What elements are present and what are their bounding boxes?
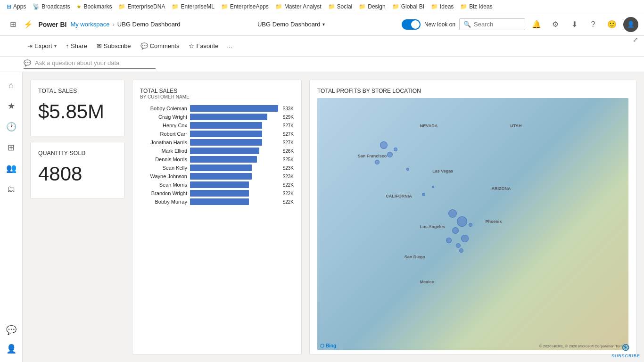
map-region-label: CALIFORNIA	[386, 194, 412, 198]
bar-value: $22K	[283, 199, 294, 205]
export-chevron-icon: ▾	[54, 43, 57, 49]
bookmark-item-enterprisedna[interactable]: 📁EnterpriseDNA	[116, 2, 168, 11]
sidebar-item-account[interactable]: 👤	[2, 339, 21, 358]
bookmark-item-bookmarks[interactable]: ★Bookmarks	[74, 2, 115, 11]
bookmark-item-broadcasts[interactable]: 📡Broadcasts	[30, 2, 73, 11]
map-area[interactable]: NEVADAUTAHCALIFORNIAARIZONASan Francisco…	[317, 98, 628, 350]
social-icon: 📁	[328, 3, 335, 10]
bar-chart-rows: Bobby Coleman$33KCraig Wright$29KHenry C…	[140, 105, 294, 205]
design-label: Design	[368, 3, 385, 10]
map-bubble	[446, 238, 452, 243]
bar-label: Sean Kelly	[140, 165, 187, 171]
bar-row: Sean Kelly$23K	[140, 165, 294, 171]
chevron-down-icon: ▾	[322, 22, 325, 27]
map-bubble	[380, 141, 388, 149]
ideas-label: Ideas	[440, 3, 454, 10]
map-bubble	[406, 168, 409, 171]
bookmark-item-ideas[interactable]: 📁Ideas	[428, 2, 456, 11]
new-look-toggle[interactable]	[402, 19, 421, 30]
header-center: UBG Demo Dashboard ▾	[184, 21, 398, 28]
enterpriseml-label: EnterpriseML	[181, 3, 214, 10]
design-icon: 📁	[359, 3, 366, 10]
feedback-icon[interactable]: 🙂	[604, 17, 619, 32]
bar-track	[190, 173, 278, 180]
bookmark-item-design[interactable]: 📁Design	[356, 2, 388, 11]
bookmark-item-enterpriseapps[interactable]: 📁EnterpriseApps	[218, 2, 272, 11]
map-bubble	[456, 243, 461, 248]
qa-icon: 💬	[24, 59, 31, 66]
expand-icon[interactable]: ⤢	[633, 36, 638, 43]
search-box[interactable]: 🔍	[459, 18, 525, 30]
sidebar-item-favorites[interactable]: ★	[2, 97, 21, 115]
comments-button[interactable]: 💬 Comments	[137, 40, 183, 52]
ideas-icon: 📁	[431, 3, 438, 10]
enterprisedna-icon: 📁	[118, 3, 125, 10]
help-icon[interactable]: ?	[586, 17, 601, 32]
bar-chart-title: Total Sales	[140, 88, 294, 94]
bar-chart-card: Total Sales BY CUSTOMER NAME Bobby Colem…	[132, 80, 302, 354]
sidebar-item-home[interactable]: ⌂	[2, 76, 21, 95]
bar-fill	[190, 139, 262, 146]
center-dashboard-title[interactable]: UBG Demo Dashboard ▾	[257, 21, 325, 28]
sidebar-item-workspaces[interactable]: 🗂	[2, 180, 21, 198]
qa-bar: 💬 Ask a question about your data	[0, 57, 644, 72]
total-sales-card: Total Sales $5.85M	[30, 80, 124, 136]
search-icon: 🔍	[463, 21, 471, 28]
bookmark-item-apps[interactable]: ⊞Apps	[4, 2, 29, 11]
bizideas-label: Biz Ideas	[469, 3, 492, 10]
more-button[interactable]: ...	[224, 41, 235, 51]
avatar[interactable]: 👤	[623, 17, 638, 32]
bar-value: $23K	[283, 174, 294, 179]
bar-track	[190, 139, 278, 146]
main-layout: ⌂ ★ 🕐 ⊞ 👥 🗂 💬 👤 Total Sales $5.85M Quant…	[0, 72, 644, 362]
favorite-button[interactable]: ☆ Favorite	[185, 40, 222, 52]
bar-track	[190, 165, 278, 171]
search-input[interactable]	[474, 21, 521, 28]
bar-value: $29K	[283, 115, 294, 120]
bar-chart-subtitle: BY CUSTOMER NAME	[140, 94, 294, 99]
map-bubble	[457, 216, 467, 227]
enterpriseml-icon: 📁	[172, 3, 179, 10]
masteranalyst-icon: 📁	[275, 3, 282, 10]
sidebar-item-shared[interactable]: 👥	[2, 159, 21, 178]
bookmark-item-masteranalyst[interactable]: 📁Master Analyst	[272, 2, 324, 11]
workspace-link[interactable]: My workspace	[70, 21, 109, 28]
sidebar-item-recent[interactable]: 🕐	[2, 117, 21, 136]
bar-value: $27K	[283, 123, 294, 128]
apps-icon: ⊞	[7, 3, 11, 10]
header-actions: New look on 🔍 🔔 ⚙ ⬇ ? 🙂 👤	[402, 17, 638, 32]
masteranalyst-label: Master Analyst	[284, 3, 322, 10]
broadcasts-label: Broadcasts	[41, 3, 70, 10]
bar-label: Wayne Johnson	[140, 173, 187, 179]
qa-placeholder: Ask a question about your data	[35, 59, 119, 66]
export-button[interactable]: ⇥ Export ▾	[24, 40, 60, 52]
bookmark-item-globalbai[interactable]: 📁Global BI	[389, 2, 427, 11]
sidebar-item-learn[interactable]: 💬	[2, 321, 21, 339]
breadcrumb: My workspace › UBG Demo Dashboard	[70, 21, 180, 28]
share-icon: ↑	[66, 42, 69, 49]
bar-label: Jonathan Harris	[140, 140, 187, 145]
apps-label: Apps	[13, 3, 26, 10]
notifications-icon[interactable]: 🔔	[529, 17, 544, 32]
bar-fill	[190, 148, 259, 154]
bookmark-item-social[interactable]: 📁Social	[325, 2, 355, 11]
social-label: Social	[337, 3, 353, 10]
bar-fill	[190, 131, 262, 137]
subscribe-watermark: ⊛ SUBSCRIBE	[611, 341, 640, 358]
waffle-icon[interactable]: ⊞	[6, 17, 20, 32]
qa-input[interactable]: 💬 Ask a question about your data	[24, 59, 156, 69]
bar-value: $27K	[283, 140, 294, 145]
sidebar-item-apps[interactable]: ⊞	[2, 138, 21, 157]
bookmark-item-enterpriseml[interactable]: 📁EnterpriseML	[169, 2, 217, 11]
settings-icon[interactable]: ⚙	[548, 17, 563, 32]
export-icon: ⇥	[27, 42, 33, 49]
bar-row: Sean Morris$22K	[140, 181, 294, 188]
subscribe-button[interactable]: ✉ Subscribe	[93, 40, 135, 52]
bar-track	[190, 156, 278, 163]
bookmark-item-bizideas[interactable]: 📁Biz Ideas	[457, 2, 495, 11]
share-button[interactable]: ↑ Share	[62, 40, 91, 52]
download-icon[interactable]: ⬇	[567, 17, 582, 32]
map-region-label: San Francisco	[358, 154, 387, 158]
globalbai-icon: 📁	[392, 3, 399, 10]
bizideas-icon: 📁	[460, 3, 467, 10]
